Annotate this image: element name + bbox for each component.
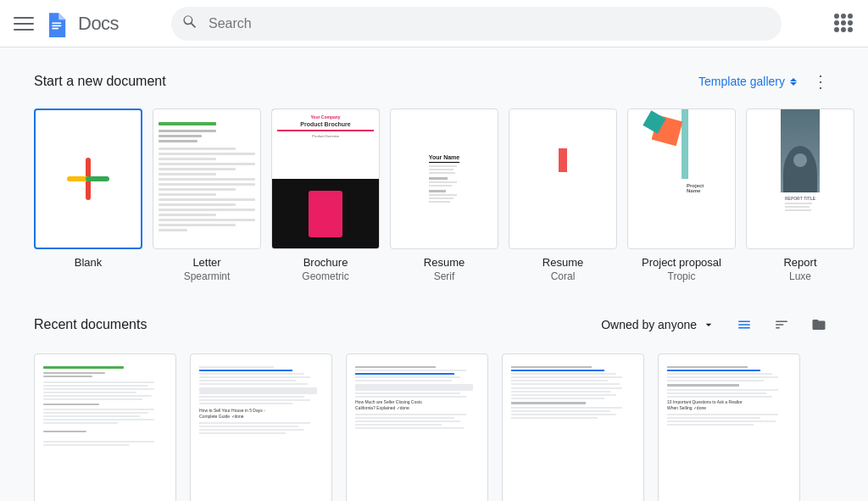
main-content: Start a new document Template gallery ⋮ <box>0 47 868 501</box>
chevron-updown-icon <box>790 78 797 86</box>
template-gallery-label: Template gallery <box>698 75 785 88</box>
report-template-thumb: REPORT TITLE <box>746 109 854 249</box>
docs-app-icon <box>42 10 70 37</box>
recent-docs-row: Letter Opened 9 Jan 2022 ⋮ <box>34 353 834 501</box>
header-right <box>804 14 854 34</box>
recent-thumb-letter <box>34 353 176 501</box>
templates-row: Blank <box>34 109 834 282</box>
blank-template-thumb <box>34 109 142 249</box>
template-card-report[interactable]: REPORT TITLE Report Luxe <box>746 109 854 282</box>
recent-card-article2[interactable]: 10 Important Questions to Ask a RealtorW… <box>658 353 800 501</box>
filter-dropdown-icon <box>702 318 715 331</box>
resume-serif-template-thumb: Your Name <box>390 109 498 249</box>
folder-button[interactable] <box>804 309 834 340</box>
template-section-title: Start a new document <box>34 74 166 89</box>
recent-section: Recent documents Owned by anyone <box>34 309 834 501</box>
template-card-letter[interactable]: Letter Spearmint <box>153 109 261 282</box>
search-input[interactable] <box>171 7 782 41</box>
template-card-brochure[interactable]: Your Company Product Brochure Product Ov… <box>271 109 380 282</box>
sort-icon <box>774 317 789 332</box>
template-subname-brochure: Geometric <box>302 270 348 282</box>
svg-rect-2 <box>52 27 58 29</box>
recent-card-article5[interactable]: How to Sell Your House in 5 Days -Comple… <box>190 353 332 501</box>
search-icon <box>181 14 198 34</box>
brochure-template-thumb: Your Company Product Brochure Product Ov… <box>271 109 380 249</box>
sort-button[interactable] <box>766 309 797 340</box>
folder-icon <box>811 317 826 332</box>
recent-thumb-article3 <box>502 353 644 501</box>
list-view-icon <box>737 317 752 332</box>
template-name-resume-serif: Resume <box>424 256 465 269</box>
search-wrapper <box>171 7 782 41</box>
header-left: Docs <box>14 10 149 37</box>
template-subname-letter: Spearmint <box>184 270 231 282</box>
recent-thumb-article2: 10 Important Questions to Ask a RealtorW… <box>658 353 800 501</box>
template-section-header: Start a new document Template gallery ⋮ <box>34 68 834 95</box>
template-gallery-button[interactable]: Template gallery <box>692 70 804 93</box>
template-card-blank[interactable]: Blank <box>34 109 142 282</box>
recent-thumb-article5: How to Sell Your House in 5 Days -Comple… <box>190 353 332 501</box>
svg-rect-0 <box>52 22 61 24</box>
template-name-project-proposal: Project proposal <box>642 256 721 269</box>
owned-by-filter-button[interactable]: Owned by anyone <box>594 313 722 337</box>
svg-rect-1 <box>52 25 61 26</box>
list-view-button[interactable] <box>729 309 760 340</box>
hamburger-menu-button[interactable] <box>14 14 34 34</box>
template-name-brochure: Brochure <box>303 256 348 269</box>
recent-card-letter[interactable]: Letter Opened 9 Jan 2022 ⋮ <box>34 353 176 501</box>
template-name-blank: Blank <box>75 256 103 269</box>
recent-section-title: Recent documents <box>34 317 147 332</box>
template-more-options-button[interactable]: ⋮ <box>807 68 834 95</box>
app-title: Docs <box>78 13 119 35</box>
project-proposal-template-thumb: Project Name <box>627 109 736 249</box>
template-subname-resume-serif: Serif <box>434 270 455 282</box>
recent-section-controls: Owned by anyone <box>594 309 834 340</box>
recent-card-article4[interactable]: How Much are Seller Closing CostsCalifor… <box>346 353 488 501</box>
google-apps-icon[interactable] <box>834 14 854 34</box>
filter-label: Owned by anyone <box>601 318 697 331</box>
plus-icon <box>66 157 110 201</box>
template-subname-project-proposal: Tropic <box>668 270 696 282</box>
recent-card-article3[interactable]: Article 3 Opened 6 Jan 2022 ⋮ <box>502 353 644 501</box>
template-card-project-proposal[interactable]: Project Name Project proposal Tropic <box>627 109 736 282</box>
template-name-letter: Letter <box>192 256 220 269</box>
template-name-report: Report <box>783 256 816 269</box>
template-section-controls: Template gallery ⋮ <box>692 68 834 95</box>
letter-template-thumb <box>153 109 261 249</box>
template-subname-report: Luxe <box>789 270 811 282</box>
search-bar <box>171 7 782 41</box>
recent-thumb-article4: How Much are Seller Closing CostsCalifor… <box>346 353 488 501</box>
app-header: Docs <box>0 0 868 47</box>
template-card-resume-coral[interactable]: Resume Coral <box>509 109 617 282</box>
recent-section-header: Recent documents Owned by anyone <box>34 309 834 340</box>
template-name-resume-coral: Resume <box>542 256 583 269</box>
template-card-resume-serif[interactable]: Your Name Resume Serif <box>390 109 498 282</box>
template-subname-resume-coral: Coral <box>551 270 576 282</box>
resume-coral-template-thumb <box>509 109 617 249</box>
